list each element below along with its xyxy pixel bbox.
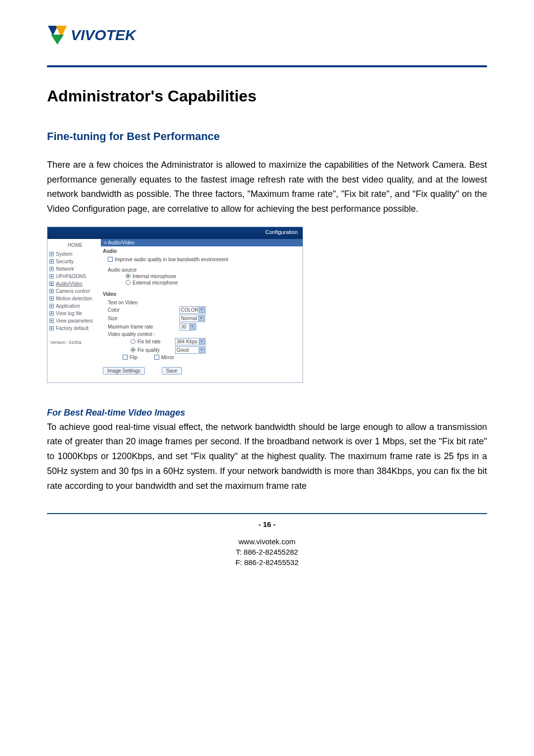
internal-mic-label: Internal microphone bbox=[133, 274, 176, 279]
expand-icon: ▸ bbox=[49, 259, 54, 264]
maxframe-select[interactable]: 30▾ bbox=[179, 323, 196, 331]
radio-external-mic[interactable] bbox=[126, 280, 131, 285]
body-paragraph-2: To achieve good real-time visual effect,… bbox=[47, 420, 487, 493]
audio-source-label: Audio source bbox=[108, 267, 136, 273]
chevron-down-icon: ▾ bbox=[189, 324, 195, 330]
intro-paragraph: There are a few choices the Administrato… bbox=[47, 158, 487, 217]
expand-icon: ▸ bbox=[49, 326, 54, 331]
radio-internal-mic[interactable] bbox=[126, 274, 131, 279]
nav-upnp-ddns[interactable]: ▸UPnP&DDNS bbox=[49, 273, 101, 280]
chevron-down-icon: ▾ bbox=[199, 347, 205, 353]
nav-system[interactable]: ▸System bbox=[49, 250, 101, 258]
save-button[interactable]: Save bbox=[162, 367, 182, 375]
external-mic-label: External microphone bbox=[133, 280, 178, 285]
image-settings-button[interactable]: Image Settings bbox=[103, 367, 145, 375]
color-label: Color bbox=[108, 307, 179, 313]
chevron-down-icon: ▾ bbox=[199, 307, 205, 313]
expand-icon: ▸ bbox=[49, 274, 54, 279]
nav-audio-video[interactable]: ▸Audio/Video bbox=[49, 280, 101, 287]
footer-tel: T: 886-2-82455282 bbox=[47, 547, 487, 557]
breadcrumb: > Audio/Video bbox=[101, 239, 303, 246]
checkbox-improve-audio[interactable] bbox=[108, 257, 113, 262]
text-on-video-label: Text on Video bbox=[108, 300, 179, 305]
expand-icon: ▸ bbox=[49, 296, 54, 301]
checkbox-mirror[interactable] bbox=[154, 355, 159, 360]
fix-quality-select[interactable]: Good▾ bbox=[175, 346, 206, 354]
nav-view-params[interactable]: ▸View parameters bbox=[49, 317, 101, 325]
footer-rule bbox=[47, 513, 487, 514]
chevron-down-icon: ▾ bbox=[198, 316, 204, 321]
video-heading: Video bbox=[101, 289, 303, 299]
logo-text: VIVOTEK bbox=[71, 27, 136, 44]
expand-icon: ▸ bbox=[49, 289, 54, 293]
nav-view-log[interactable]: ▸View log file bbox=[49, 310, 101, 317]
expand-icon: ▸ bbox=[49, 282, 54, 286]
fix-bitrate-label: Fix bit rate bbox=[137, 339, 175, 344]
logo-icon bbox=[47, 25, 68, 46]
checkbox-flip[interactable] bbox=[123, 355, 128, 360]
page-number: - 16 - bbox=[47, 519, 487, 529]
header-rule bbox=[47, 65, 487, 67]
page-footer: - 16 - www.vivotek.com T: 886-2-82455282… bbox=[47, 519, 487, 567]
nav-network[interactable]: ▸Network bbox=[49, 265, 101, 273]
nav-factory-default[interactable]: ▸Factory default bbox=[49, 325, 101, 332]
chevron-down-icon: ▾ bbox=[199, 339, 205, 344]
size-label: Size bbox=[108, 316, 179, 321]
config-main: > Audio/Video Audio Improve audio qualit… bbox=[101, 239, 303, 382]
brand-logo: VIVOTEK bbox=[47, 25, 487, 46]
flip-label: Flip bbox=[130, 355, 154, 360]
svg-marker-2 bbox=[51, 35, 64, 45]
nav-security[interactable]: ▸Security bbox=[49, 258, 101, 265]
fix-quality-label: Fix quality bbox=[137, 347, 175, 353]
expand-icon: ▸ bbox=[49, 267, 54, 271]
radio-fix-quality[interactable] bbox=[131, 347, 135, 352]
version-label: Version : 0100a bbox=[49, 340, 101, 345]
footer-url: www.vivotek.com bbox=[47, 536, 487, 547]
footer-fax: F: 886-2-82455532 bbox=[47, 557, 487, 567]
radio-fix-bitrate[interactable] bbox=[131, 339, 135, 344]
nav-camera-control[interactable]: ▸Camera control bbox=[49, 287, 101, 295]
nav-motion-detection[interactable]: ▸Motion detection bbox=[49, 295, 101, 302]
mirror-label: Mirror bbox=[161, 355, 174, 360]
config-sidebar: HOME ▸System ▸Security ▸Network ▸UPnP&DD… bbox=[47, 239, 101, 382]
audio-heading: Audio bbox=[101, 246, 303, 256]
expand-icon: ▸ bbox=[49, 319, 54, 323]
color-select[interactable]: COLOR▾ bbox=[179, 306, 206, 314]
section-heading: Fine-tuning for Best Performance bbox=[47, 130, 487, 143]
improve-audio-label: Improve audio quality in low bandwidth e… bbox=[115, 257, 228, 262]
maxframe-label: Maximum frame rate bbox=[108, 324, 179, 330]
nav-application[interactable]: ▸Application bbox=[49, 302, 101, 310]
nav-home[interactable]: HOME bbox=[49, 241, 101, 250]
size-select[interactable]: Normal▾ bbox=[179, 315, 205, 322]
page-heading: Administrator's Capabilities bbox=[47, 87, 487, 105]
svg-marker-0 bbox=[48, 26, 58, 36]
fix-bitrate-select[interactable]: 384 Kbps▾ bbox=[175, 338, 206, 345]
config-title: Configuration bbox=[47, 227, 303, 239]
vqc-label: Video quality control : bbox=[108, 331, 155, 337]
expand-icon: ▸ bbox=[49, 311, 54, 316]
expand-icon: ▸ bbox=[49, 304, 54, 308]
config-screenshot: Configuration HOME ▸System ▸Security ▸Ne… bbox=[47, 227, 303, 383]
expand-icon: ▸ bbox=[49, 252, 54, 256]
subsection-heading: For Best Real-time Video Images bbox=[47, 408, 487, 418]
